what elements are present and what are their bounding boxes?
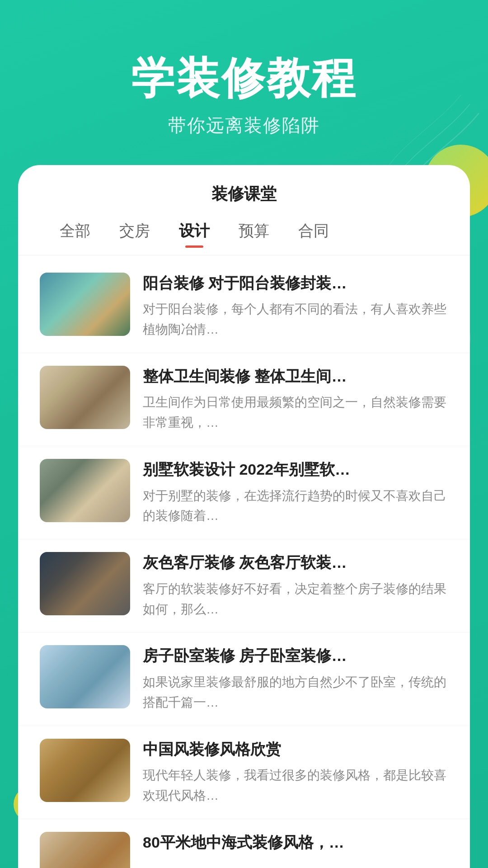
article-desc-4: 客厅的软装装修好不好看，决定着整个房子装修的结果如何，那么… [143,579,448,620]
article-thumb-4 [40,552,130,615]
tab-预算[interactable]: 预算 [224,216,284,246]
card-title: 装修课堂 [18,183,470,216]
article-title-1: 阳台装修 对于阳台装修封装… [143,273,448,294]
article-title-7: 80平米地中海式装修风格，… [143,832,448,854]
page-title: 学装修教程 [0,54,488,102]
article-title-4: 灰色客厅装修 灰色客厅软装… [143,552,448,574]
article-desc-3: 对于别墅的装修，在选择流行趋势的时候又不喜欢自己的装修随着… [143,486,448,527]
article-item-4[interactable]: 灰色客厅装修 灰色客厅软装…客厅的软装装修好不好看，决定着整个房子装修的结果如何… [18,539,470,632]
article-title-2: 整体卫生间装修 整体卫生间… [143,366,448,387]
article-thumb-7 [40,832,130,868]
article-desc-1: 对于阳台装修，每个人都有不同的看法，有人喜欢养些植物陶冶情… [143,299,448,340]
article-list: 阳台装修 对于阳台装修封装…对于阳台装修，每个人都有不同的看法，有人喜欢养些植物… [18,255,470,868]
article-title-6: 中国风装修风格欣赏 [143,739,448,760]
article-content-6: 中国风装修风格欣赏现代年轻人装修，我看过很多的装修风格，都是比较喜欢现代风格… [143,739,448,806]
article-item-5[interactable]: 房子卧室装修 房子卧室装修…如果说家里装修最舒服的地方自然少不了卧室，传统的搭配… [18,632,470,726]
article-title-3: 别墅软装设计 2022年别墅软… [143,459,448,481]
article-thumb-1 [40,273,130,336]
article-thumb-3 [40,459,130,522]
header: 学装修教程 带你远离装修陷阱 [0,0,488,165]
article-desc-6: 现代年轻人装修，我看过很多的装修风格，都是比较喜欢现代风格… [143,765,448,806]
tab-bar: 全部交房设计预算合同 [18,216,470,255]
article-content-7: 80平米地中海式装修风格，… [143,832,448,854]
article-item-3[interactable]: 别墅软装设计 2022年别墅软…对于别墅的装修，在选择流行趋势的时候又不喜欢自己… [18,446,470,539]
article-thumb-2 [40,366,130,429]
article-title-5: 房子卧室装修 房子卧室装修… [143,645,448,667]
tab-交房[interactable]: 交房 [105,216,164,246]
tab-合同[interactable]: 合同 [284,216,343,246]
article-content-4: 灰色客厅装修 灰色客厅软装…客厅的软装装修好不好看，决定着整个房子装修的结果如何… [143,552,448,619]
article-content-5: 房子卧室装修 房子卧室装修…如果说家里装修最舒服的地方自然少不了卧室，传统的搭配… [143,645,448,712]
article-content-1: 阳台装修 对于阳台装修封装…对于阳台装修，每个人都有不同的看法，有人喜欢养些植物… [143,273,448,340]
article-content-2: 整体卫生间装修 整体卫生间…卫生间作为日常使用最频繁的空间之一，自然装修需要非常… [143,366,448,433]
article-item-6[interactable]: 中国风装修风格欣赏现代年轻人装修，我看过很多的装修风格，都是比较喜欢现代风格… [18,726,470,819]
tab-全部[interactable]: 全部 [45,216,105,246]
article-item-2[interactable]: 整体卫生间装修 整体卫生间…卫生间作为日常使用最频繁的空间之一，自然装修需要非常… [18,353,470,446]
article-desc-5: 如果说家里装修最舒服的地方自然少不了卧室，传统的搭配千篇一… [143,672,448,713]
article-content-3: 别墅软装设计 2022年别墅软…对于别墅的装修，在选择流行趋势的时候又不喜欢自己… [143,459,448,526]
tab-设计[interactable]: 设计 [164,216,224,246]
article-item-7[interactable]: 80平米地中海式装修风格，… [18,819,470,868]
page-subtitle: 带你远离装修陷阱 [0,113,488,138]
article-thumb-5 [40,645,130,708]
article-item-1[interactable]: 阳台装修 对于阳台装修封装…对于阳台装修，每个人都有不同的看法，有人喜欢养些植物… [18,260,470,353]
article-desc-2: 卫生间作为日常使用最频繁的空间之一，自然装修需要非常重视，… [143,392,448,433]
article-thumb-6 [40,739,130,802]
content-card: 装修课堂 全部交房设计预算合同 阳台装修 对于阳台装修封装…对于阳台装修，每个人… [18,165,470,868]
